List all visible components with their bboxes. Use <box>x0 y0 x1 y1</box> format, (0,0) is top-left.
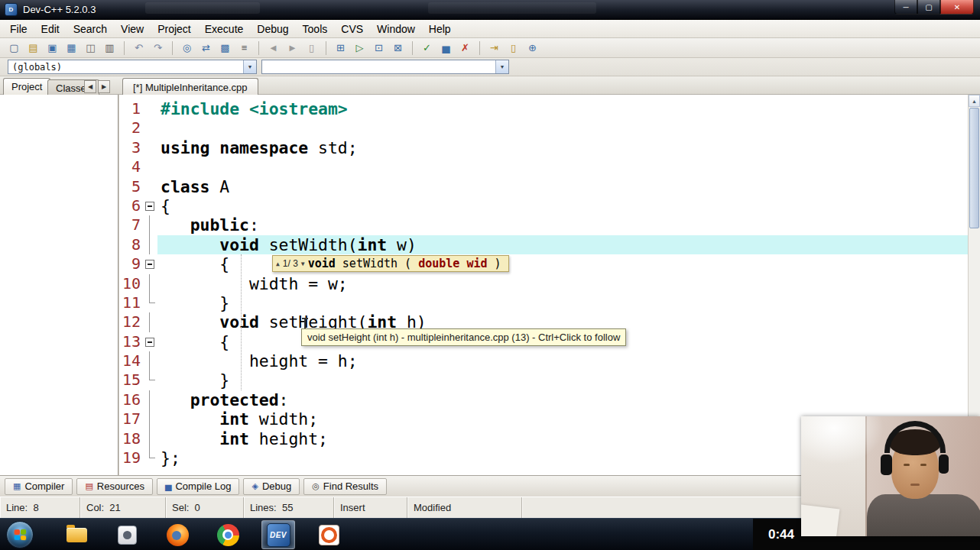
chevron-down-icon[interactable]: ▼ <box>243 60 256 73</box>
code-line[interactable]: 7 public: <box>119 215 968 235</box>
toolbar-save-all-button[interactable]: ▦ <box>63 40 80 57</box>
toolbar-replace-button[interactable]: ⇄ <box>197 40 215 57</box>
code-line[interactable]: 15 } <box>119 370 968 390</box>
toolbar-close-file-button[interactable]: ◫ <box>82 40 99 57</box>
titlebar[interactable]: D Dev-C++ 5.2.0.3 ─ ▢ ✕ <box>0 0 980 20</box>
toolbar-undo-button[interactable]: ↶ <box>130 40 148 57</box>
overload-down-icon[interactable]: ▼ <box>301 260 305 267</box>
code-line[interactable]: 2 <box>119 118 968 138</box>
menu-edit[interactable]: Edit <box>34 21 67 37</box>
toolbar-find-button[interactable]: ◎ <box>178 40 196 57</box>
find-results-icon: ◎ <box>312 482 320 490</box>
menu-window[interactable]: Window <box>370 21 422 37</box>
tab-project[interactable]: Project <box>3 78 50 95</box>
toolbar-compile-and-run-button[interactable]: ⊡ <box>370 40 388 57</box>
toolbar-insert-special-button[interactable]: ⊕ <box>524 40 541 57</box>
toolbar-compile-button[interactable]: ⊞ <box>332 40 349 57</box>
taskbar-chrome[interactable] <box>211 520 245 549</box>
taskbar-firefox[interactable] <box>161 520 194 549</box>
toolbar-save-button[interactable]: ▣ <box>44 40 61 57</box>
tab-compile-log[interactable]: ▅Compile Log <box>157 478 239 495</box>
code-line[interactable]: 10 width = w; <box>119 274 968 293</box>
tab-scroll-left-icon[interactable]: ◀ <box>84 80 96 93</box>
overload-up-icon[interactable]: ▲ <box>276 260 280 267</box>
goto-line-icon: ≡ <box>242 43 248 53</box>
toolbar-run-button[interactable]: ▷ <box>351 40 368 57</box>
toolbar-print-button[interactable]: ▥ <box>101 40 118 57</box>
taskbar-recorder[interactable] <box>312 520 346 549</box>
tab-row: Project Classes ◀ ▶ [*] MultipleInherita… <box>0 76 980 95</box>
scroll-up-icon[interactable]: ▲ <box>969 95 980 107</box>
tab-compiler[interactable]: ▦Compiler <box>5 478 73 495</box>
taskbar-app[interactable] <box>110 520 144 549</box>
taskbar-explorer[interactable] <box>60 520 93 549</box>
code-line[interactable]: 3using namespace std; <box>119 138 968 157</box>
menu-cvs[interactable]: CVS <box>334 21 370 37</box>
toolbar-toggle-bookmark-button[interactable]: ▯ <box>505 40 522 57</box>
chevron-down-icon[interactable]: ▼ <box>495 60 508 73</box>
menu-project[interactable]: Project <box>151 21 198 37</box>
start-button[interactable] <box>6 521 34 548</box>
code-line[interactable]: 4 <box>119 157 968 176</box>
line-number: 9 <box>119 254 143 273</box>
line-number: 2 <box>119 118 143 138</box>
toolbar-separator <box>124 41 125 55</box>
toolbar-delete-profiling-button[interactable]: ✗ <box>456 40 474 57</box>
toolbar-find-in-files-button[interactable]: ▩ <box>216 40 234 57</box>
toolbar-redo-button[interactable]: ↷ <box>149 40 167 57</box>
fold-marker[interactable] <box>143 196 157 215</box>
fold-marker[interactable] <box>143 332 157 351</box>
indent-guide <box>241 254 242 390</box>
toolbar-bookmarks-button[interactable]: ▯ <box>303 40 320 57</box>
menu-execute[interactable]: Execute <box>198 21 251 37</box>
code-line[interactable]: 16 protected: <box>119 390 968 409</box>
tab-find-results[interactable]: ◎Find Results <box>303 478 387 495</box>
toolbar-syntax-check-button[interactable]: ✓ <box>418 40 436 57</box>
minimize-button[interactable]: ─ <box>894 0 917 15</box>
replace-icon: ⇄ <box>202 43 210 53</box>
menu-help[interactable]: Help <box>422 21 458 37</box>
scrollbar-thumb[interactable] <box>969 108 979 228</box>
tab-resources[interactable]: ▤Resources <box>76 478 153 495</box>
toolbar-new-file-button[interactable]: ▢ <box>5 40 23 57</box>
globals-combobox[interactable]: (globals) ▼ <box>8 60 257 74</box>
titlebar-glass-reflection <box>428 2 596 14</box>
code-line[interactable]: 11 } <box>119 293 968 312</box>
maximize-button[interactable]: ▢ <box>917 0 940 15</box>
menu-view[interactable]: View <box>114 21 151 37</box>
menu-search[interactable]: Search <box>67 21 114 37</box>
code-line[interactable]: 1#include <iostream> <box>119 99 968 118</box>
menu-file[interactable]: File <box>3 21 34 37</box>
save-all-icon: ▦ <box>67 43 76 53</box>
members-combobox[interactable]: ▼ <box>261 60 509 74</box>
toolbar-goto-line-button[interactable]: ≡ <box>235 40 253 57</box>
code-line[interactable]: 9 { <box>119 254 968 273</box>
toolbar-forward-button[interactable]: ► <box>284 40 301 57</box>
editor-tab-multipleinheritance[interactable]: [*] MultipleInheritance.cpp <box>122 78 258 95</box>
fold-marker[interactable] <box>143 254 157 273</box>
toolbar-profile-button[interactable]: ▅ <box>437 40 455 57</box>
code-line[interactable]: 14 height = h; <box>119 351 968 370</box>
tab-debug[interactable]: ◈Debug <box>243 478 300 495</box>
person-eye <box>920 464 926 466</box>
code-text: using namespace std; <box>157 138 968 157</box>
tab-scroll-right-icon[interactable]: ▶ <box>98 80 110 93</box>
minimize-icon: ─ <box>903 3 908 11</box>
line-number: 5 <box>119 177 143 196</box>
autocomplete-popup[interactable]: ▲ 1/ 3 ▼ void setWidth ( double wid ) <box>272 255 509 272</box>
toolbar-goto-bookmark-button[interactable]: ⇥ <box>485 40 503 57</box>
compiler-icon: ▦ <box>13 482 21 490</box>
person-torso <box>867 494 980 536</box>
webcam-light-glare <box>801 416 884 464</box>
close-button[interactable]: ✕ <box>940 0 974 15</box>
toolbar-rebuild-all-button[interactable]: ⊠ <box>389 40 407 57</box>
toolbar-open-button[interactable]: ▤ <box>24 40 42 57</box>
code-line[interactable]: 8 void setWidth(int w) <box>119 235 968 254</box>
toolbar-back-button[interactable]: ◄ <box>264 40 282 57</box>
project-panel[interactable] <box>0 95 118 475</box>
code-line[interactable]: 5class A <box>119 177 968 196</box>
menu-tools[interactable]: Tools <box>296 21 335 37</box>
taskbar-devcpp[interactable]: DEV <box>261 520 295 549</box>
menu-debug[interactable]: Debug <box>250 21 295 37</box>
code-line[interactable]: 6{ <box>119 196 968 215</box>
